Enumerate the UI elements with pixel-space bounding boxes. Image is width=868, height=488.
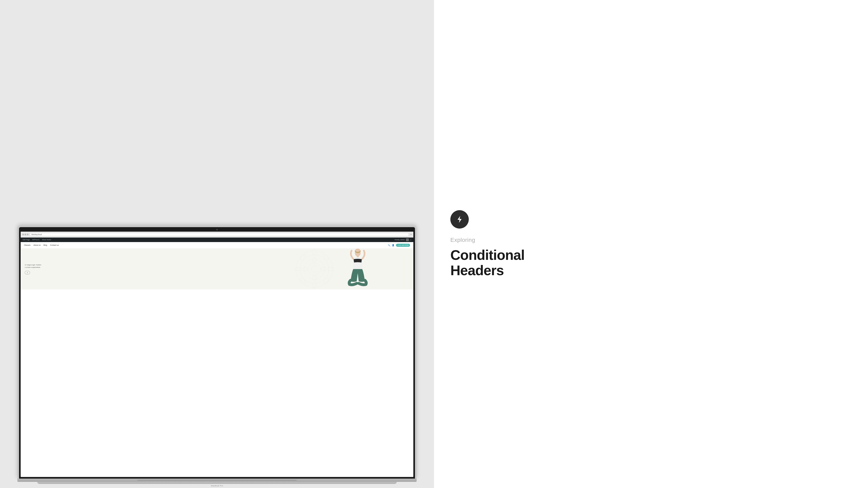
- yoga-person-illustration: [345, 249, 370, 290]
- svg-point-12: [311, 266, 317, 272]
- svg-point-1: [300, 255, 329, 283]
- wp-show-hooks[interactable]: Show Hooks: [42, 239, 51, 240]
- svg-point-13: [312, 258, 316, 262]
- svg-point-3: [308, 263, 320, 275]
- browser-dot-yellow: [25, 234, 26, 235]
- browser-dot-red: [22, 234, 24, 235]
- site-nav: Classes About us Blog Contact us: [24, 244, 59, 246]
- svg-point-11: [322, 277, 330, 284]
- hero-cta-button[interactable]: e: [25, 271, 30, 274]
- laptop-frame: blocksy.local + Edit Page WPForms Show H…: [18, 226, 416, 479]
- browser-dot-green: [27, 234, 28, 235]
- svg-point-5: [313, 282, 316, 289]
- hero-image: [341, 249, 374, 290]
- svg-point-16: [321, 267, 326, 271]
- laptop-outer: blocksy.local + Edit Page WPForms Show H…: [18, 226, 416, 488]
- wp-search-icon[interactable]: ⌕: [410, 238, 411, 241]
- wp-admin-bar-left: Edit Page WPForms Show Hooks: [23, 239, 51, 240]
- wp-wpforms[interactable]: WPForms: [32, 239, 40, 240]
- svg-point-20: [355, 249, 360, 252]
- wp-admin-bar: Edit Page WPForms Show Hooks Howdy, admi…: [21, 237, 413, 242]
- title-line2: Headers: [451, 263, 851, 278]
- svg-point-4: [313, 250, 316, 256]
- search-icon[interactable]: 🔍: [388, 244, 390, 246]
- admin-avatar: [406, 238, 409, 241]
- mandala-decoration: [294, 249, 335, 290]
- svg-point-0: [296, 251, 333, 287]
- laptop-base: [37, 482, 397, 484]
- new-tab-button[interactable]: +: [410, 233, 412, 236]
- laptop-section: blocksy.local + Edit Page WPForms Show H…: [0, 0, 434, 488]
- browser-dots: [22, 234, 28, 235]
- exploring-label: Exploring: [451, 237, 851, 243]
- phone-button[interactable]: +123 345 6789: [396, 244, 410, 247]
- site-header: Classes About us Blog Contact us 🔍 👤 +12…: [21, 242, 413, 249]
- main-title: Conditional Headers: [451, 248, 851, 278]
- hero-section: or magna eget. Nullam s ornare suspendis…: [21, 249, 413, 290]
- nav-contact[interactable]: Contact us: [50, 244, 59, 246]
- svg-point-14: [312, 276, 316, 280]
- svg-point-15: [303, 267, 307, 271]
- content-section: Exploring Conditional Headers: [434, 0, 868, 488]
- laptop-hinge: [137, 480, 297, 481]
- browser-url: blocksy.local: [31, 233, 42, 235]
- wp-admin-bar-right: Howdy, admin ⌕: [395, 238, 411, 241]
- svg-point-9: [322, 254, 330, 261]
- user-icon[interactable]: 👤: [392, 244, 394, 246]
- nav-blog[interactable]: Blog: [43, 244, 47, 246]
- laptop-screen: blocksy.local + Edit Page WPForms Show H…: [21, 232, 413, 477]
- svg-point-8: [299, 254, 306, 261]
- svg-point-6: [295, 267, 301, 271]
- browser-chrome: blocksy.local +: [21, 232, 413, 237]
- wp-edit-page[interactable]: Edit Page: [23, 239, 30, 240]
- nav-classes[interactable]: Classes: [24, 244, 30, 246]
- brand-logo: [451, 210, 469, 229]
- page-wrapper: blocksy.local + Edit Page WPForms Show H…: [0, 0, 868, 488]
- laptop-bottom: [18, 479, 416, 482]
- title-line1: Conditional: [451, 248, 851, 263]
- hero-content: or magna eget. Nullam s ornare suspendis…: [21, 260, 45, 278]
- svg-point-7: [328, 267, 334, 271]
- browser-addressbar[interactable]: blocksy.local: [30, 233, 409, 236]
- svg-point-10: [299, 277, 306, 284]
- laptop-model-label: MacBook Pro: [18, 484, 416, 488]
- nav-about[interactable]: About us: [33, 244, 41, 246]
- hero-text: or magna eget. Nullam s ornare suspendis…: [25, 264, 41, 269]
- wp-howdy: Howdy, admin: [395, 239, 405, 240]
- site-header-actions: 🔍 👤 +123 345 6789: [388, 244, 410, 247]
- blocksy-logo-icon: [455, 214, 465, 225]
- screen-bezel: blocksy.local + Edit Page WPForms Show H…: [19, 227, 415, 479]
